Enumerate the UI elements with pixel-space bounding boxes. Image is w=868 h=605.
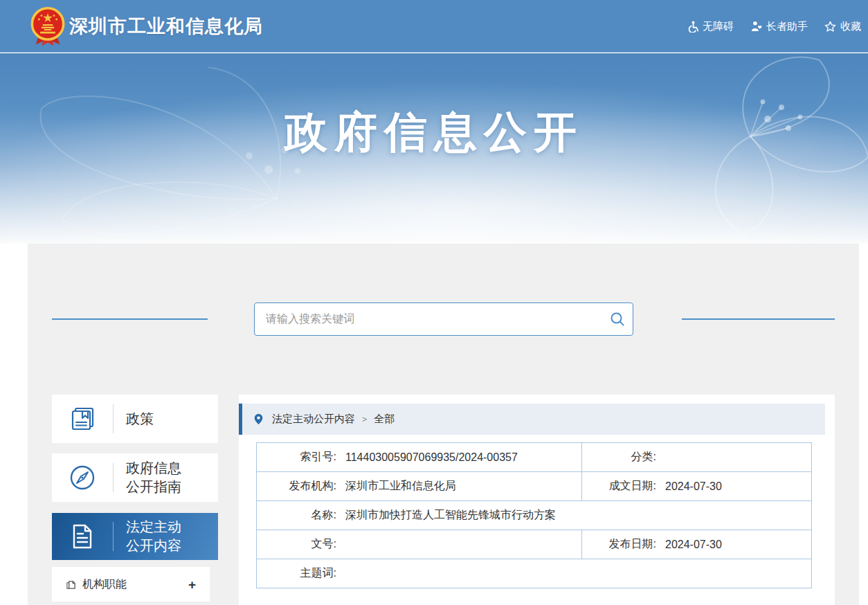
document-detail-table: 索引号: 114403005907069935/2024-00357 分类: 发…: [256, 442, 812, 588]
breadcrumb: 法定主动公开内容 > 全部: [239, 404, 825, 435]
search-decorative-line-left: [52, 318, 208, 320]
sidebar-submenu-org-functions[interactable]: 机构职能 +: [52, 567, 210, 602]
header-utility-links: 无障碍 长者助手 收藏: [687, 0, 861, 53]
content-panel: 法定主动公开内容 > 全部 索引号: 114403005907069935/20…: [239, 395, 835, 605]
field-label-category: 分类:: [582, 450, 656, 464]
table-row-title: 名称: 深圳市加快打造人工智能先锋城市行动方案: [257, 501, 812, 530]
sidebar-item-label: 政策: [114, 410, 154, 428]
document-icon: [52, 523, 113, 550]
table-row-keywords: 主题词:: [257, 559, 812, 588]
field-label-publish-date: 发布日期:: [582, 537, 656, 552]
field-value-doc-title: 深圳市加快打造人工智能先锋城市行动方案: [336, 508, 556, 523]
field-label-doc-no: 文号:: [257, 537, 336, 552]
content-card: 政策 政府信息公开指南: [28, 244, 859, 605]
site-header: 深圳市工业和信息化局 无障碍 长者助手 收藏: [0, 0, 868, 53]
elder-assist-icon: [750, 21, 762, 33]
book-icon: [52, 405, 113, 433]
accessibility-icon: [687, 21, 698, 33]
search-input[interactable]: [255, 313, 602, 325]
sidebar-item-label: 政府信息公开指南: [114, 459, 181, 496]
compass-icon: [52, 463, 113, 492]
field-label-written-date: 成文日期:: [582, 479, 656, 494]
table-row-publisher-date: 发布机构: 深圳市工业和信息化局 成文日期: 2024-07-30: [257, 472, 812, 501]
accessibility-link[interactable]: 无障碍: [687, 20, 734, 33]
field-value-index-no: 114403005907069935/2024-00357: [336, 451, 518, 464]
field-label-index-no: 索引号:: [257, 450, 336, 464]
breadcrumb-current: 全部: [374, 413, 395, 426]
search-icon: [610, 311, 625, 327]
table-row-index-category: 索引号: 114403005907069935/2024-00357 分类:: [257, 443, 812, 472]
accessibility-link-label: 无障碍: [703, 20, 734, 33]
search-box: [254, 302, 633, 336]
submenu-label: 机构职能: [82, 577, 127, 592]
sidebar-item-statutory-disclosure[interactable]: 法定主动公开内容: [52, 513, 218, 560]
breadcrumb-separator: >: [362, 415, 367, 424]
sidebar-item-disclosure-guide[interactable]: 政府信息公开指南: [52, 453, 218, 502]
field-label-publisher: 发布机构:: [257, 479, 336, 494]
page-icon: [66, 579, 76, 590]
sidebar-item-policy[interactable]: 政策: [52, 395, 218, 443]
favorite-link-label: 收藏: [840, 20, 861, 33]
field-value-publish-date: 2024-07-30: [656, 539, 722, 551]
page-banner: 政府信息公开: [0, 53, 868, 244]
star-icon: [824, 21, 836, 33]
elder-assist-link[interactable]: 长者助手: [750, 20, 808, 33]
field-label-keywords: 主题词:: [257, 566, 336, 581]
national-emblem-logo: [28, 6, 68, 46]
breadcrumb-root[interactable]: 法定主动公开内容: [272, 413, 355, 426]
field-value-publisher: 深圳市工业和信息化局: [336, 479, 456, 494]
page-title: 政府信息公开: [0, 103, 868, 161]
field-value-written-date: 2024-07-30: [656, 480, 722, 493]
elder-assist-link-label: 长者助手: [766, 20, 808, 33]
site-title: 深圳市工业和信息化局: [69, 0, 263, 53]
search-button[interactable]: [602, 303, 633, 335]
expand-plus-icon[interactable]: +: [188, 578, 196, 591]
table-row-docno-pubdate: 文号: 发布日期: 2024-07-30: [257, 530, 812, 559]
search-decorative-line-right: [682, 318, 835, 320]
favorite-link[interactable]: 收藏: [824, 20, 861, 33]
location-pin-icon: [253, 413, 264, 425]
sidebar-nav: 政策 政府信息公开指南: [52, 395, 218, 602]
sidebar-item-label: 法定主动公开内容: [114, 518, 181, 555]
field-label-doc-title: 名称:: [257, 508, 336, 523]
